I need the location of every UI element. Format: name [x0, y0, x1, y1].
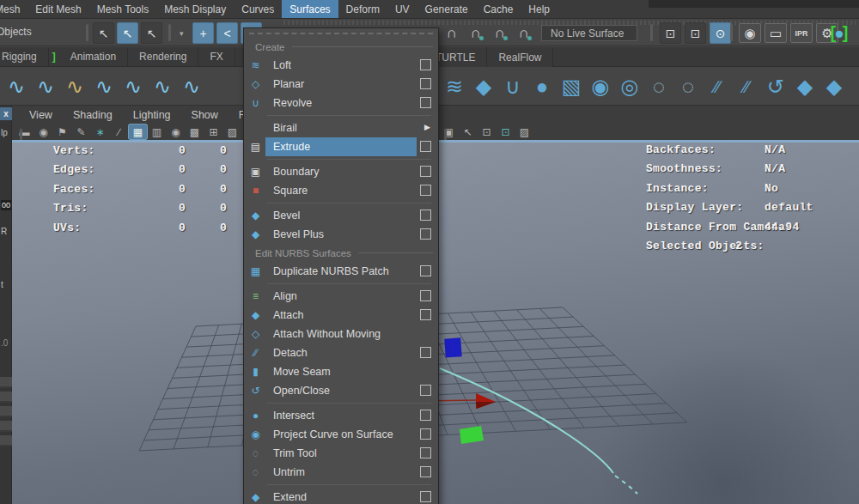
snap-toggle-icon[interactable]: < — [216, 22, 238, 44]
menu-item[interactable]: ∪ Revolve ▶ — [244, 94, 438, 112]
select-mode-icon[interactable]: ↖ — [141, 22, 162, 44]
menu-item[interactable]: ≋ Loft ▶ — [244, 56, 438, 75]
menu-bar-item[interactable]: Deform — [338, 0, 387, 19]
menu-item[interactable]: ◇ Attach Without Moving ▶ — [244, 325, 438, 343]
shelf-tool-icon[interactable]: ↺ — [761, 70, 790, 103]
blue-cube-object[interactable] — [444, 337, 461, 357]
viewport-toolbar-icon[interactable]: ▦ — [129, 124, 147, 139]
select-mode-icon[interactable]: ↖ — [93, 22, 114, 44]
select-mode-icon[interactable]: ↖ — [117, 22, 138, 44]
viewport-toolbar-icon[interactable]: ▥ — [148, 124, 166, 139]
shelf-tab[interactable]: Animation — [59, 47, 128, 67]
shelf-tab[interactable]: Rendering — [128, 47, 198, 67]
menu-bar-item[interactable]: Surfaces — [282, 0, 338, 19]
option-box-icon[interactable] — [420, 447, 431, 458]
shelf-tool-icon[interactable]: ∿ — [177, 70, 206, 103]
option-box-icon[interactable] — [420, 428, 431, 440]
option-box-icon[interactable] — [420, 491, 431, 502]
option-box-icon[interactable] — [420, 466, 431, 477]
menu-item[interactable]: ◆ Extend ▶ — [244, 488, 438, 504]
menu-item[interactable]: ▶ — [244, 112, 438, 118]
option-box-icon[interactable] — [420, 209, 431, 221]
magnet-snap-icon[interactable]: ∩ — [514, 23, 534, 44]
shelf-tool-icon[interactable]: ● — [527, 70, 557, 103]
menu-item[interactable]: ◇ Planar ▶ — [244, 75, 438, 94]
option-box-icon[interactable] — [420, 228, 431, 240]
panel-toggle-icon[interactable]: ⊡ — [660, 22, 681, 44]
shelf-tool-icon[interactable]: ◆ — [469, 70, 498, 103]
shelf-tool-icon[interactable]: ◎ — [615, 70, 644, 103]
option-box-icon[interactable] — [420, 59, 431, 70]
menu-bar-item[interactable]: Mesh Tools — [89, 0, 156, 19]
option-box-icon[interactable] — [420, 290, 431, 301]
option-box-icon[interactable] — [420, 97, 431, 108]
menu-item[interactable]: ◉ Project Curve on Surface ▶ — [244, 425, 438, 444]
shelf-tool-icon[interactable]: ◆ — [790, 70, 819, 103]
menu-bar-item[interactable]: Generate — [417, 0, 476, 19]
shelf-tab[interactable]: FX — [198, 47, 235, 67]
option-box-icon[interactable] — [420, 410, 431, 421]
panel-toggle-icon[interactable]: ⊙ — [710, 22, 731, 44]
viewport-toolbar-icon[interactable]: ▨ — [223, 124, 241, 139]
viewport-menu-item[interactable]: View — [19, 107, 63, 123]
panel-toggle-icon[interactable]: ⊡ — [685, 22, 706, 44]
menu-bar-item[interactable]: Mesh Display — [156, 0, 234, 19]
option-box-icon[interactable] — [420, 385, 431, 396]
shelf-tool-icon[interactable]: ∿ — [60, 70, 89, 103]
menu-item[interactable]: ↺ Open/Close ▶ — [244, 381, 438, 400]
viewport-toolbar-icon[interactable]: ◉ — [167, 124, 185, 139]
menu-item[interactable]: ▮ Move Seam ▶ — [244, 362, 438, 381]
shelf-tool-icon[interactable]: ◌ — [673, 70, 703, 103]
shelf-tab[interactable]: RealFlow — [487, 47, 553, 67]
render-icon[interactable]: IPR — [790, 23, 813, 43]
menu-item[interactable]: ≡ Align ▶ — [244, 287, 438, 306]
shelf-tool-icon[interactable]: ≋ — [440, 70, 469, 103]
menu-item[interactable]: ◌ Trim Tool ▶ — [244, 444, 438, 463]
viewport-toolbar-icon[interactable]: ▣ — [440, 124, 458, 139]
menu-item[interactable]: ▶ — [244, 400, 438, 406]
magnet-snap-icon[interactable]: ∩ — [442, 23, 462, 44]
option-box-icon[interactable] — [420, 78, 431, 89]
viewport-toolbar-icon[interactable]: ⊡ — [497, 124, 515, 139]
shelf-tool-icon[interactable]: ▧ — [557, 70, 586, 103]
close-icon[interactable]: x — [0, 107, 12, 120]
viewport-toolbar-icon[interactable]: ∕ — [110, 124, 128, 139]
menu-bar-item[interactable]: UV — [387, 0, 417, 19]
menu-item[interactable]: ◆ Attach ▶ — [244, 306, 438, 325]
viewport-toolbar-icon[interactable]: ▬ — [15, 124, 34, 139]
viewport-toolbar-icon[interactable]: ▩ — [186, 124, 204, 139]
menu-bar-item[interactable]: Curves — [234, 0, 282, 19]
shelf-tool-icon[interactable]: ∕∕ — [703, 70, 732, 103]
green-plane-object[interactable] — [460, 426, 484, 444]
chevron-down-icon[interactable]: ▾ — [180, 29, 184, 38]
shelf-tab[interactable]: Rigging — [0, 47, 49, 67]
menu-item[interactable]: ▶ — [244, 30, 438, 38]
menu-item[interactable]: ∕∕ Detach ▶ — [244, 343, 438, 362]
menu-item[interactable]: ▶ — [244, 281, 438, 287]
shelf-tool-icon[interactable]: ∕∕ — [732, 70, 761, 103]
render-current-frame-button[interactable]: [ ● ] — [825, 21, 854, 45]
menu-item[interactable]: ▤ Extrude ▶ — [244, 137, 438, 156]
menu-item[interactable]: ■ Square ▶ — [244, 181, 438, 200]
menu-item[interactable]: ◌ Untrim ▶ — [244, 463, 438, 482]
menu-item[interactable]: ▶ — [244, 200, 438, 206]
menu-bar-item[interactable]: Cache — [476, 0, 521, 19]
viewport-toolbar-icon[interactable]: ↖ — [459, 124, 477, 139]
shelf-tool-icon[interactable]: ◌ — [644, 70, 673, 103]
shelf-tool-icon[interactable]: ∿ — [2, 70, 31, 103]
shelf-tab[interactable]: ] — [49, 47, 59, 67]
menu-item[interactable]: ◆ Bevel Plus ▶ — [244, 225, 438, 244]
magnet-snap-icon[interactable]: ∩ — [490, 23, 510, 44]
menu-item[interactable]: ▶ — [244, 156, 438, 162]
option-box-icon[interactable] — [420, 185, 431, 196]
shelf-tool-icon[interactable]: ∿ — [31, 70, 60, 103]
menu-item[interactable]: ▶ — [244, 482, 438, 488]
option-box-icon[interactable] — [420, 309, 431, 320]
shelf-tool-icon[interactable]: ∿ — [119, 70, 148, 103]
shelf-tool-icon[interactable]: ◉ — [586, 70, 615, 103]
menu-item[interactable]: Edit NURBS Surfaces ▶ — [244, 244, 438, 262]
render-icon[interactable]: ◉ — [739, 23, 761, 43]
shelf-tool-icon[interactable]: ∪ — [498, 70, 527, 103]
shelf-tool-icon[interactable]: ◆ — [819, 70, 849, 103]
viewport-toolbar-icon[interactable]: ⊞ — [204, 124, 222, 139]
